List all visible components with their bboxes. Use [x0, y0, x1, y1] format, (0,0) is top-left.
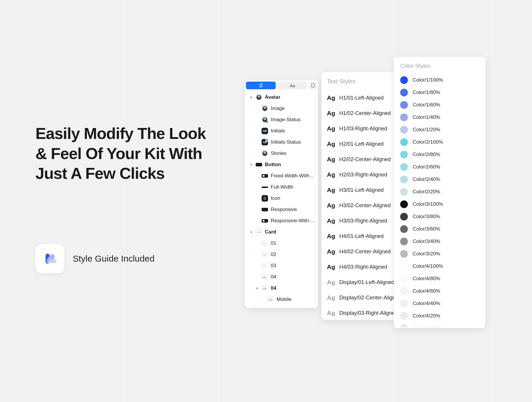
- layer-label: Image-Status: [271, 117, 316, 123]
- color-style-row[interactable]: Color/3/40%: [400, 235, 479, 248]
- layer-item[interactable]: Stories: [245, 148, 318, 159]
- layer-item[interactable]: Icon: [245, 193, 318, 204]
- color-style-row[interactable]: Color/2/40%: [400, 173, 479, 186]
- color-swatch-icon: [400, 213, 408, 221]
- text-style-row[interactable]: AgH4/03-Right-Aligned: [327, 259, 390, 275]
- text-style-preview-icon: Ag: [327, 94, 335, 101]
- color-style-row[interactable]: Color/3/20%: [400, 248, 479, 260]
- page-icon: [311, 83, 315, 87]
- color-style-row[interactable]: Color/2/60%: [400, 161, 479, 173]
- text-style-row[interactable]: AgH1/02-Center-Aligned: [327, 106, 390, 121]
- color-style-row[interactable]: Color/1/80%: [400, 86, 479, 99]
- tab-handoff[interactable]: [309, 82, 317, 89]
- color-style-label: Color/3/100%: [413, 201, 443, 207]
- color-style-row[interactable]: Color/4/80%: [400, 273, 479, 285]
- text-style-row[interactable]: AgDisplay/03-Right-Aligned: [327, 305, 390, 320]
- tab-components[interactable]: [246, 82, 276, 89]
- text-style-label: H3/01-Left-Aligned: [339, 187, 384, 193]
- color-style-row[interactable]: Color/5/100%: [400, 322, 479, 328]
- text-style-row[interactable]: AgH3/03-Right-Aligned: [327, 213, 390, 228]
- layer-item[interactable]: Full-Width: [245, 181, 318, 193]
- layer-group[interactable]: ▼Button: [245, 159, 318, 170]
- disclosure-triangle-icon[interactable]: ▼: [249, 163, 253, 166]
- layer-item[interactable]: Responsive-With-Icon: [245, 215, 318, 226]
- text-style-row[interactable]: AgH2/02-Center-Aligned: [327, 152, 390, 167]
- color-styles-panel: Color Styles Color/1/100%Color/1/80%Colo…: [394, 57, 485, 328]
- layer-item[interactable]: Fixed-Width-With-Icon: [245, 170, 318, 181]
- color-swatch-icon: [400, 89, 408, 96]
- layer-item[interactable]: 02: [245, 249, 318, 260]
- layer-item[interactable]: Responsive: [245, 204, 318, 215]
- grid-line: [35, 0, 36, 402]
- color-style-row[interactable]: Color/4/20%: [400, 310, 479, 322]
- text-style-row[interactable]: AgH2/03-Right-Aligned: [327, 167, 390, 182]
- text-style-preview-icon: Ag: [327, 202, 335, 209]
- grid-line: [126, 0, 127, 402]
- color-style-row[interactable]: Color/2/20%: [400, 186, 479, 198]
- text-style-row[interactable]: AgH4/01-Left-Aligned: [327, 228, 390, 244]
- text-style-row[interactable]: AgH3/01-Left-Aligned: [327, 182, 390, 198]
- color-style-label: Color/4/80%: [413, 276, 440, 282]
- text-style-row[interactable]: AgH2/01-Left-Aligned: [327, 136, 390, 152]
- color-swatch-icon: [400, 188, 408, 196]
- layers-tree: ▼AvatarImageImage-StatusABInitialsABInit…: [245, 90, 318, 305]
- color-style-row[interactable]: Color/4/40%: [400, 297, 479, 310]
- color-style-row[interactable]: Color/1/20%: [400, 124, 479, 136]
- color-style-row[interactable]: Color/2/100%: [400, 136, 479, 148]
- color-style-label: Color/5/100%: [413, 325, 443, 328]
- layer-item[interactable]: 01: [245, 238, 318, 249]
- disclosure-triangle-icon[interactable]: ▼: [249, 231, 253, 234]
- color-style-label: Color/3/80%: [413, 214, 440, 220]
- layer-item[interactable]: 04: [245, 271, 318, 283]
- text-styles-panel: Text Styles AgH1/01-Left-AlignedAgH1/02-…: [322, 72, 395, 320]
- tab-text-styles[interactable]: Aa: [278, 82, 307, 89]
- color-style-row[interactable]: Color/3/80%: [400, 210, 479, 223]
- grid-line: [489, 0, 489, 402]
- text-style-row[interactable]: AgH1/01-Left-Aligned: [327, 90, 390, 106]
- layer-item[interactable]: Mobile: [245, 294, 318, 305]
- color-style-row[interactable]: Color/1/40%: [400, 111, 479, 124]
- layer-group[interactable]: ▼Avatar: [245, 92, 318, 103]
- color-style-row[interactable]: Color/4/100%: [400, 260, 479, 273]
- text-style-row[interactable]: AgDisplay/02-Center-Aligned: [327, 290, 390, 305]
- initials-status-thumb: AB: [262, 139, 268, 145]
- layer-group[interactable]: ▼Card: [245, 226, 318, 238]
- layer-item[interactable]: Image-Status: [245, 114, 318, 125]
- text-style-preview-icon: Ag: [327, 171, 335, 178]
- layer-label: 03: [271, 263, 316, 269]
- disclosure-triangle-icon[interactable]: ▼: [249, 96, 253, 99]
- layer-label: Card: [265, 229, 316, 235]
- layer-item[interactable]: Image: [245, 103, 318, 114]
- color-style-row[interactable]: Color/3/100%: [400, 198, 479, 210]
- text-style-row[interactable]: AgDisplay/01-Left-Aligned: [327, 275, 390, 290]
- color-swatch-icon: [400, 238, 408, 245]
- layer-item[interactable]: ABInitials-Status: [245, 137, 318, 148]
- text-style-label: H2/02-Center-Aligned: [339, 156, 391, 163]
- color-style-label: Color/4/100%: [413, 263, 443, 269]
- card-4-thumb: [262, 286, 268, 291]
- color-style-row[interactable]: Color/1/100%: [400, 74, 479, 86]
- color-swatch-icon: [400, 138, 408, 146]
- layer-group[interactable]: ▼04: [245, 283, 318, 294]
- color-style-row[interactable]: Color/2/80%: [400, 148, 479, 161]
- layer-label: Image: [271, 106, 316, 111]
- text-style-label: Display/03-Right-Aligned: [339, 310, 395, 316]
- color-swatch-icon: [400, 250, 408, 258]
- layer-item[interactable]: 03: [245, 260, 318, 271]
- text-style-preview-icon: Ag: [327, 263, 335, 270]
- text-style-preview-icon: Ag: [327, 217, 335, 224]
- text-style-label: H2/01-Left-Aligned: [339, 141, 384, 147]
- text-style-row[interactable]: AgH1/03-Right-Aligned: [327, 121, 390, 136]
- color-swatch-icon: [400, 225, 408, 233]
- text-style-preview-icon: Ag: [327, 140, 335, 147]
- color-style-row[interactable]: Color/3/60%: [400, 223, 479, 235]
- color-style-row[interactable]: Color/4/60%: [400, 285, 479, 297]
- color-style-row[interactable]: Color/1/60%: [400, 99, 479, 111]
- text-style-label: Display/01-Left-Aligned: [339, 279, 394, 286]
- text-style-row[interactable]: AgH4/02-Center-Aligned: [327, 244, 390, 259]
- disclosure-triangle-icon[interactable]: ▼: [255, 287, 259, 290]
- text-style-row[interactable]: AgH3/02-Center-Aligned: [327, 198, 390, 213]
- btn-icon-thumb: [262, 195, 268, 202]
- layer-label: Avatar: [265, 94, 316, 100]
- layer-item[interactable]: ABInitials: [245, 125, 318, 137]
